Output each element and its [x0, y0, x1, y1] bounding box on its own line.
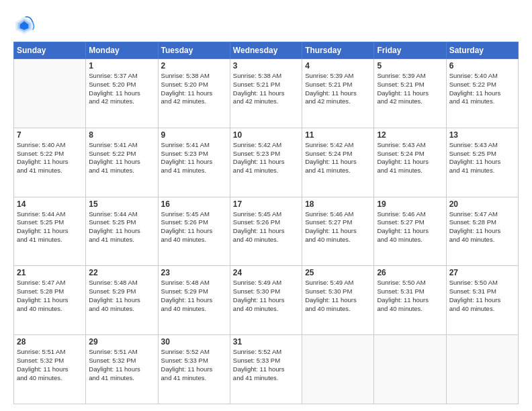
day-number: 18 [305, 199, 371, 209]
day-number: 26 [377, 268, 443, 277]
logo [13, 15, 39, 36]
day-number: 16 [161, 199, 227, 209]
day-number: 17 [233, 199, 299, 209]
cell-content: Sunrise: 5:45 AMSunset: 5:26 PMDaylight:… [161, 210, 227, 244]
calendar-cell: 30Sunrise: 5:52 AMSunset: 5:33 PMDayligh… [158, 335, 230, 404]
cell-content: Sunrise: 5:40 AMSunset: 5:22 PMDaylight:… [449, 72, 515, 106]
day-number: 1 [89, 61, 154, 71]
day-number: 15 [89, 199, 154, 209]
calendar-table: SundayMondayTuesdayWednesdayThursdayFrid… [13, 42, 519, 404]
cell-content: Sunrise: 5:52 AMSunset: 5:33 PMDaylight:… [233, 348, 299, 382]
day-number: 24 [233, 268, 299, 277]
cell-content: Sunrise: 5:41 AMSunset: 5:22 PMDaylight:… [89, 141, 154, 175]
calendar-cell: 23Sunrise: 5:48 AMSunset: 5:29 PMDayligh… [158, 266, 230, 335]
cell-content: Sunrise: 5:46 AMSunset: 5:27 PMDaylight:… [377, 210, 443, 244]
day-number: 10 [233, 130, 299, 140]
calendar-cell: 2Sunrise: 5:38 AMSunset: 5:20 PMDaylight… [158, 59, 230, 128]
week-row-5: 28Sunrise: 5:51 AMSunset: 5:32 PMDayligh… [14, 335, 519, 404]
cell-content: Sunrise: 5:46 AMSunset: 5:27 PMDaylight:… [305, 210, 371, 244]
logo-icon [13, 15, 35, 36]
calendar-cell: 29Sunrise: 5:51 AMSunset: 5:32 PMDayligh… [86, 335, 158, 404]
cell-content: Sunrise: 5:49 AMSunset: 5:30 PMDaylight:… [233, 279, 299, 313]
day-number: 21 [17, 268, 83, 277]
cell-content: Sunrise: 5:42 AMSunset: 5:24 PMDaylight:… [305, 141, 371, 175]
day-number: 12 [377, 130, 443, 140]
day-header-thursday: Thursday [302, 42, 374, 59]
calendar-cell [14, 59, 86, 128]
cell-content: Sunrise: 5:48 AMSunset: 5:29 PMDaylight:… [89, 279, 154, 313]
day-number: 25 [305, 268, 371, 277]
cell-content: Sunrise: 5:49 AMSunset: 5:30 PMDaylight:… [305, 279, 371, 313]
calendar-cell: 20Sunrise: 5:47 AMSunset: 5:28 PMDayligh… [446, 197, 518, 266]
day-number: 22 [89, 268, 154, 277]
day-number: 31 [233, 337, 299, 347]
page: SundayMondayTuesdayWednesdayThursdayFrid… [0, 0, 532, 411]
day-number: 7 [17, 130, 83, 140]
calendar-cell: 27Sunrise: 5:50 AMSunset: 5:31 PMDayligh… [446, 266, 518, 335]
cell-content: Sunrise: 5:37 AMSunset: 5:20 PMDaylight:… [89, 72, 154, 106]
day-number: 2 [161, 61, 227, 71]
day-number: 11 [305, 130, 371, 140]
cell-content: Sunrise: 5:43 AMSunset: 5:24 PMDaylight:… [377, 141, 443, 175]
calendar-cell: 15Sunrise: 5:44 AMSunset: 5:25 PMDayligh… [86, 197, 158, 266]
calendar-cell [446, 335, 518, 404]
cell-content: Sunrise: 5:47 AMSunset: 5:28 PMDaylight:… [449, 210, 515, 244]
calendar-cell: 22Sunrise: 5:48 AMSunset: 5:29 PMDayligh… [86, 266, 158, 335]
cell-content: Sunrise: 5:47 AMSunset: 5:28 PMDaylight:… [17, 279, 83, 313]
calendar-cell: 21Sunrise: 5:47 AMSunset: 5:28 PMDayligh… [14, 266, 86, 335]
calendar-cell: 31Sunrise: 5:52 AMSunset: 5:33 PMDayligh… [230, 335, 302, 404]
calendar-cell: 13Sunrise: 5:43 AMSunset: 5:25 PMDayligh… [446, 128, 518, 197]
calendar-cell: 18Sunrise: 5:46 AMSunset: 5:27 PMDayligh… [302, 197, 374, 266]
calendar-cell: 11Sunrise: 5:42 AMSunset: 5:24 PMDayligh… [302, 128, 374, 197]
cell-content: Sunrise: 5:51 AMSunset: 5:32 PMDaylight:… [89, 348, 154, 382]
week-row-4: 21Sunrise: 5:47 AMSunset: 5:28 PMDayligh… [14, 266, 519, 335]
day-number: 4 [305, 61, 371, 71]
calendar-cell: 26Sunrise: 5:50 AMSunset: 5:31 PMDayligh… [374, 266, 446, 335]
day-header-sunday: Sunday [14, 42, 86, 59]
day-number: 6 [449, 61, 515, 71]
day-header-wednesday: Wednesday [230, 42, 302, 59]
calendar-cell: 1Sunrise: 5:37 AMSunset: 5:20 PMDaylight… [86, 59, 158, 128]
calendar-cell: 4Sunrise: 5:39 AMSunset: 5:21 PMDaylight… [302, 59, 374, 128]
calendar-cell: 14Sunrise: 5:44 AMSunset: 5:25 PMDayligh… [14, 197, 86, 266]
calendar-cell: 10Sunrise: 5:42 AMSunset: 5:23 PMDayligh… [230, 128, 302, 197]
calendar-cell: 12Sunrise: 5:43 AMSunset: 5:24 PMDayligh… [374, 128, 446, 197]
cell-content: Sunrise: 5:44 AMSunset: 5:25 PMDaylight:… [89, 210, 154, 244]
cell-content: Sunrise: 5:45 AMSunset: 5:26 PMDaylight:… [233, 210, 299, 244]
cell-content: Sunrise: 5:43 AMSunset: 5:25 PMDaylight:… [449, 141, 515, 175]
header [13, 12, 519, 36]
day-number: 5 [377, 61, 443, 71]
day-header-friday: Friday [374, 42, 446, 59]
week-row-1: 1Sunrise: 5:37 AMSunset: 5:20 PMDaylight… [14, 59, 519, 128]
calendar-cell: 8Sunrise: 5:41 AMSunset: 5:22 PMDaylight… [86, 128, 158, 197]
day-number: 27 [449, 268, 515, 277]
day-number: 3 [233, 61, 299, 71]
cell-content: Sunrise: 5:38 AMSunset: 5:21 PMDaylight:… [233, 72, 299, 106]
calendar-cell [302, 335, 374, 404]
cell-content: Sunrise: 5:50 AMSunset: 5:31 PMDaylight:… [377, 279, 443, 313]
calendar-cell: 17Sunrise: 5:45 AMSunset: 5:26 PMDayligh… [230, 197, 302, 266]
day-number: 8 [89, 130, 154, 140]
day-number: 23 [161, 268, 227, 277]
calendar-cell: 19Sunrise: 5:46 AMSunset: 5:27 PMDayligh… [374, 197, 446, 266]
day-number: 19 [377, 199, 443, 209]
day-number: 13 [449, 130, 515, 140]
cell-content: Sunrise: 5:40 AMSunset: 5:22 PMDaylight:… [17, 141, 83, 175]
calendar-cell: 16Sunrise: 5:45 AMSunset: 5:26 PMDayligh… [158, 197, 230, 266]
day-number: 30 [161, 337, 227, 347]
day-header-monday: Monday [86, 42, 158, 59]
calendar-cell: 3Sunrise: 5:38 AMSunset: 5:21 PMDaylight… [230, 59, 302, 128]
cell-content: Sunrise: 5:38 AMSunset: 5:20 PMDaylight:… [161, 72, 227, 106]
calendar-cell: 24Sunrise: 5:49 AMSunset: 5:30 PMDayligh… [230, 266, 302, 335]
day-number: 29 [89, 337, 154, 347]
calendar-cell: 7Sunrise: 5:40 AMSunset: 5:22 PMDaylight… [14, 128, 86, 197]
calendar-cell: 25Sunrise: 5:49 AMSunset: 5:30 PMDayligh… [302, 266, 374, 335]
week-row-2: 7Sunrise: 5:40 AMSunset: 5:22 PMDaylight… [14, 128, 519, 197]
calendar-cell: 6Sunrise: 5:40 AMSunset: 5:22 PMDaylight… [446, 59, 518, 128]
cell-content: Sunrise: 5:50 AMSunset: 5:31 PMDaylight:… [449, 279, 515, 313]
calendar-cell: 28Sunrise: 5:51 AMSunset: 5:32 PMDayligh… [14, 335, 86, 404]
day-header-tuesday: Tuesday [158, 42, 230, 59]
day-number: 9 [161, 130, 227, 140]
day-header-saturday: Saturday [446, 42, 518, 59]
day-number: 28 [17, 337, 83, 347]
